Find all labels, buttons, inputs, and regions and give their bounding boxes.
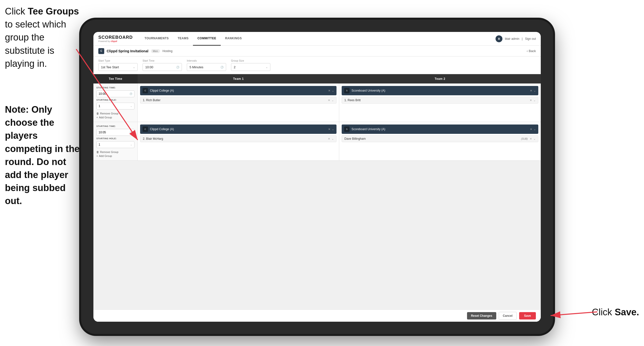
team1-avatar-2: C	[142, 126, 148, 132]
player2-sort-icon-2[interactable]: ⌄	[534, 137, 536, 140]
player1-sort-icon-2[interactable]: ⌄	[332, 137, 334, 140]
player2-remove-icon-2[interactable]: ✕	[530, 137, 532, 140]
click-save-label: Click Save.	[592, 307, 639, 318]
chevron-up-down-icon: ⌄	[266, 66, 268, 68]
plus-icon: +	[96, 116, 98, 119]
player2-card-2: Dave Billingham (SUB) ✕ ⌄	[342, 135, 538, 142]
team1-card-1[interactable]: C Clippd College (A) ✕ ⌄	[140, 86, 336, 95]
team2-sort-icon-1[interactable]: ⌄	[534, 89, 536, 92]
player1-name-2: 2. Blair McHarg	[143, 137, 326, 140]
nav-committee[interactable]: COMMITTEE	[193, 32, 221, 46]
team2-name-2: Scoreboard University (A)	[352, 127, 528, 131]
nav-tournaments[interactable]: TOURNAMENTS	[140, 32, 173, 46]
team2-sort-icon-2[interactable]: ⌄	[534, 128, 536, 131]
team2-remove-icon-1[interactable]: ✕	[530, 89, 532, 92]
th-team2: Team 2	[339, 74, 541, 83]
svg-line-3	[550, 312, 597, 316]
group-size-input[interactable]: 2 ⌄	[231, 63, 270, 71]
note-label: Note:	[5, 104, 32, 115]
team2-avatar-2: S	[344, 126, 350, 132]
th-tee-time: Tee Time	[94, 74, 138, 83]
save-button[interactable]: Save	[519, 312, 536, 320]
player2-actions-2: ✕ ⌄	[530, 137, 536, 140]
time-icon-2: 🕐	[130, 131, 132, 134]
team1-remove-icon-2[interactable]: ✕	[328, 128, 330, 131]
nav-rankings[interactable]: RANKINGS	[221, 32, 246, 46]
groups-scroll-area[interactable]: STARTING TIME: 10:00 🕐 STARTING HOLE: 1 …	[94, 83, 541, 310]
back-button[interactable]: ‹ Back	[527, 49, 536, 53]
team2-avatar-1: S	[344, 88, 350, 93]
team2-cell-1: S Scoreboard University (A) ✕ ⌄ 1. Rees …	[339, 83, 541, 122]
note-bold: Only choose the players competing in the…	[5, 104, 80, 206]
tablet-frame: SCOREBOARD Powered by clippd TOURNAMENTS…	[81, 20, 553, 334]
starting-time-input-1[interactable]: 10:00 🕐	[96, 90, 134, 97]
team1-card-actions-2: ✕ ⌄	[328, 128, 334, 131]
player2-sort-icon[interactable]: ⌄	[534, 99, 536, 102]
player1-sort-icon[interactable]: ⌄	[332, 99, 334, 102]
trash-icon-2: 🗑	[96, 151, 99, 153]
starting-hole-input-2[interactable]: 1 ⌄	[96, 141, 134, 148]
hosting-label: Hosting	[162, 49, 172, 53]
player2-sub-2: (SUB)	[521, 137, 528, 140]
add-group-btn-1[interactable]: + Add Group	[96, 116, 134, 119]
team2-remove-icon-2[interactable]: ✕	[530, 128, 532, 131]
team1-name-2: Clippd College (A)	[150, 127, 326, 131]
start-time-group: Start Time 10:00 🕐	[142, 59, 182, 71]
start-time-input[interactable]: 10:00 🕐	[142, 63, 182, 71]
player1-remove-icon-2[interactable]: ✕	[328, 137, 330, 140]
team1-cell-1: C Clippd College (A) ✕ ⌄ 1. Rich Butler …	[138, 83, 339, 122]
team1-name-1: Clippd College (A)	[150, 89, 326, 92]
team2-card-1[interactable]: S Scoreboard University (A) ✕ ⌄	[342, 86, 538, 95]
starting-time-input-2[interactable]: 10:05 🕐	[96, 129, 134, 136]
reset-changes-button[interactable]: Reset Changes	[467, 312, 496, 320]
team1-remove-icon-1[interactable]: ✕	[328, 89, 330, 92]
team1-avatar-1: C	[142, 88, 148, 93]
ctrl-actions-2: 🗑 Remove Group + Add Group	[96, 151, 134, 157]
nav-separator: |	[522, 37, 522, 40]
time-icon-1: 🕐	[130, 93, 132, 95]
footer-bar: Reset Changes Cancel Save	[94, 310, 541, 322]
plus-icon-2: +	[96, 154, 98, 157]
instruction-text: Click Tee Groups to select which group t…	[5, 5, 81, 70]
team1-sort-icon-1[interactable]: ⌄	[332, 89, 334, 92]
starting-hole-input-1[interactable]: 1 ⌄	[96, 103, 134, 109]
note-text: Note: Only choose the players competing …	[5, 103, 81, 208]
team1-card-actions-1: ✕ ⌄	[328, 89, 334, 92]
player2-name-2: Dave Billingham	[344, 137, 519, 140]
team2-card-2[interactable]: S Scoreboard University (A) ✕ ⌄	[342, 124, 538, 134]
team2-card-actions-1: ✕ ⌄	[530, 89, 536, 92]
instruction-part2: to select which group the substitute is …	[5, 19, 66, 69]
start-type-input[interactable]: 1st Tee Start ⌄	[98, 63, 138, 71]
cancel-button[interactable]: Cancel	[499, 312, 517, 320]
starting-hole-label-1: STARTING HOLE:	[96, 99, 134, 101]
instruction-bold: Tee Groups	[28, 6, 79, 16]
starting-time-label-1: STARTING TIME:	[96, 86, 134, 89]
navbar: SCOREBOARD Powered by clippd TOURNAMENTS…	[94, 32, 541, 46]
player1-card-1: 1. Rich Butler ✕ ⌄	[140, 97, 336, 104]
player1-name-1: 1. Rich Butler	[143, 98, 326, 102]
team1-sort-icon-2[interactable]: ⌄	[332, 128, 334, 131]
player1-actions-1: ✕ ⌄	[328, 99, 334, 102]
team1-card-2[interactable]: C Clippd College (A) ✕ ⌄	[140, 124, 336, 134]
group-controls-2: STARTING TIME: 10:05 🕐 STARTING HOLE: 1 …	[94, 122, 138, 160]
add-group-btn-2[interactable]: + Add Group	[96, 154, 134, 157]
logo-scoreboard: SCOREBOARD	[98, 35, 133, 40]
stepper-icon-1: ⌄	[130, 105, 132, 107]
sign-out-link[interactable]: Sign out	[525, 37, 536, 40]
team2-name-1: Scoreboard University (A)	[352, 89, 528, 92]
remove-group-btn-1[interactable]: 🗑 Remove Group	[96, 112, 134, 115]
player2-remove-icon[interactable]: ✕	[530, 99, 532, 102]
user-name: blair admin	[505, 37, 520, 40]
clock-icon: 🕐	[176, 66, 179, 68]
player1-remove-icon[interactable]: ✕	[328, 99, 330, 102]
logo-powered: Powered by clippd	[98, 40, 133, 42]
nav-right: B blair admin | Sign out	[496, 35, 536, 42]
instruction-part1: Click	[5, 6, 28, 16]
main-content: Start Type 1st Tee Start ⌄ Start Time 10…	[94, 56, 541, 322]
nav-teams[interactable]: TEAMS	[173, 32, 193, 46]
remove-group-btn-2[interactable]: 🗑 Remove Group	[96, 151, 134, 153]
logo-area: SCOREBOARD Powered by clippd	[98, 35, 133, 42]
intervals-input[interactable]: 5 Minutes 🕐	[187, 63, 226, 71]
chevron-down-icon: ⌄	[133, 66, 135, 68]
player1-card-2: 2. Blair McHarg ✕ ⌄	[140, 135, 336, 142]
